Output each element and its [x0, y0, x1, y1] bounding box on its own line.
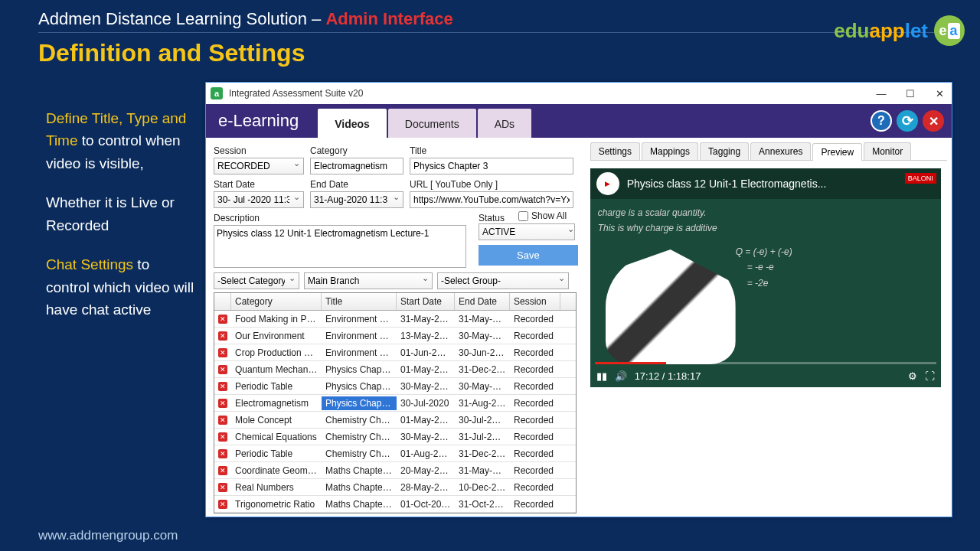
- rtab-monitor[interactable]: Monitor: [864, 142, 911, 160]
- app-icon: a: [211, 87, 223, 99]
- fullscreen-icon[interactable]: ⛶: [925, 370, 935, 382]
- delete-icon[interactable]: ✕: [218, 348, 227, 357]
- footer-url: www.addmengroup.com: [38, 528, 178, 543]
- video-brand: BALONI: [905, 173, 936, 184]
- header-title: Addmen Distance Learning Solution – Admi…: [38, 9, 942, 29]
- channel-icon: ▶: [596, 172, 619, 195]
- start-date-input[interactable]: [214, 191, 304, 208]
- table-row[interactable]: ✕Coordinate GeometryMaths Chapter 120-Ma…: [214, 462, 576, 479]
- table-row[interactable]: ✕Crop Production & MgmtEnvironment Cha..…: [214, 344, 576, 361]
- table-row[interactable]: ✕Trigonometric RatioMaths Chapter 301-Oc…: [214, 496, 576, 513]
- tab-ads[interactable]: ADs: [478, 109, 531, 138]
- delete-icon[interactable]: ✕: [218, 399, 227, 408]
- start-label: Start Date: [214, 179, 304, 190]
- rtab-settings[interactable]: Settings: [590, 142, 640, 160]
- video-grid: Category Title Start Date End Date Sessi…: [214, 292, 577, 514]
- rtab-annexures[interactable]: Annexures: [750, 142, 811, 160]
- app-window: a Integrated Assessment Suite v20 — ☐ ✕ …: [205, 82, 952, 517]
- video-title: Physics class 12 Unit-1 Electromagnetis.…: [627, 178, 827, 190]
- delete-icon[interactable]: ✕: [218, 466, 227, 475]
- volume-icon[interactable]: 🔊: [615, 370, 627, 382]
- sidebar-l2: Whether it is Live or Recorded: [46, 191, 195, 236]
- delete-icon[interactable]: ✕: [218, 416, 227, 425]
- delete-icon[interactable]: ✕: [218, 432, 227, 442]
- table-row[interactable]: ✕ElectromagnetismPhysics Chapter 330-Jul…: [214, 395, 576, 412]
- col-title[interactable]: Title: [322, 293, 397, 310]
- header-prefix: Addmen Distance Learning Solution –: [38, 9, 325, 28]
- table-row[interactable]: ✕Real NumbersMaths Chapter 228-May-20201…: [214, 479, 576, 496]
- save-button[interactable]: Save: [479, 245, 578, 266]
- title-label: Title: [410, 145, 578, 156]
- col-session[interactable]: Session: [510, 293, 560, 310]
- logo-badge: ea: [934, 15, 965, 46]
- filter-group-select[interactable]: [437, 272, 569, 289]
- video-player[interactable]: ▶ Physics class 12 Unit-1 Electromagneti…: [590, 168, 941, 387]
- delete-icon[interactable]: ✕: [218, 449, 227, 458]
- logo-p1: edu: [834, 19, 869, 42]
- status-label: Status: [479, 213, 505, 223]
- tab-videos[interactable]: Videos: [318, 109, 387, 138]
- category-label: Category: [310, 145, 403, 156]
- col-category[interactable]: Category: [231, 293, 322, 310]
- rtab-preview[interactable]: Preview: [812, 143, 862, 161]
- end-label: End Date: [310, 179, 403, 190]
- delete-icon[interactable]: ✕: [218, 331, 227, 341]
- refresh-icon[interactable]: ⟳: [897, 110, 918, 132]
- table-row[interactable]: ✕Periodic TablePhysics Chapter 230-May-2…: [214, 378, 576, 395]
- video-time: 17:12 / 1:18:17: [635, 370, 701, 382]
- status-select[interactable]: [479, 223, 575, 240]
- end-date-input[interactable]: [310, 191, 403, 208]
- settings-icon[interactable]: ⚙: [908, 370, 917, 382]
- logo-p3: let: [905, 19, 928, 42]
- showall-label: Show All: [531, 210, 567, 221]
- tab-documents[interactable]: Documents: [388, 109, 476, 138]
- close-button[interactable]: ✕: [932, 88, 947, 99]
- logo-p2: app: [869, 19, 904, 42]
- table-row[interactable]: ✕Our EnvironmentEnvironment Cha...13-May…: [214, 328, 576, 344]
- delete-icon[interactable]: ✕: [218, 500, 227, 509]
- title-input[interactable]: [410, 158, 573, 174]
- session-select[interactable]: [214, 158, 304, 174]
- col-start[interactable]: Start Date: [397, 293, 455, 310]
- rtab-mappings[interactable]: Mappings: [642, 142, 698, 160]
- sidebar-l3a: Chat Settings: [46, 256, 133, 272]
- table-row[interactable]: ✕Chemical EquationsChemistry Chapt...30-…: [214, 429, 576, 445]
- table-row[interactable]: ✕Food Making in PlantsEnvironment Cha...…: [214, 311, 576, 328]
- header-admin: Admin Interface: [325, 9, 452, 28]
- desc-label: Description: [214, 213, 466, 223]
- delete-icon[interactable]: ✕: [218, 483, 227, 492]
- help-icon[interactable]: ?: [871, 110, 892, 132]
- table-row[interactable]: ✕Periodic TableChemistry Chapt...01-Aug-…: [214, 445, 576, 462]
- url-input[interactable]: [410, 191, 573, 208]
- session-label: Session: [214, 145, 304, 156]
- form-pane: Session Category Title Start Date: [206, 138, 586, 517]
- delete-icon[interactable]: ✕: [218, 365, 227, 374]
- col-end[interactable]: End Date: [455, 293, 510, 310]
- delete-icon[interactable]: ✕: [218, 382, 227, 391]
- category-input[interactable]: [310, 158, 403, 174]
- pause-icon[interactable]: ▮▮: [596, 370, 607, 382]
- minimize-button[interactable]: —: [874, 88, 889, 99]
- close-icon[interactable]: ✕: [923, 110, 944, 132]
- sidebar-description: Define Title, Type and Time to control w…: [46, 107, 195, 321]
- filter-category-select[interactable]: [214, 272, 299, 289]
- showall-checkbox[interactable]: [518, 211, 528, 221]
- description-input[interactable]: Physics class 12 Unit-1 Electromagnetism…: [214, 225, 466, 268]
- delete-icon[interactable]: ✕: [218, 315, 227, 324]
- rtab-tagging[interactable]: Tagging: [700, 142, 749, 160]
- table-row[interactable]: ✕Mole ConceptChemistry Chapt...01-May-20…: [214, 412, 576, 429]
- maximize-button[interactable]: ☐: [903, 88, 918, 99]
- module-brand: e-Learning: [218, 111, 299, 131]
- url-label: URL [ YouTube Only ]: [410, 179, 578, 190]
- window-title: Integrated Assessment Suite v20: [229, 88, 363, 99]
- filter-branch-select[interactable]: [304, 272, 433, 289]
- table-row[interactable]: ✕Quantum MechanicsPhysics Chapter 101-Ma…: [214, 361, 576, 378]
- logo: eduapplet ea: [834, 15, 965, 46]
- page-heading: Definition and Settings: [0, 36, 980, 75]
- right-pane: Settings Mappings Tagging Annexures Prev…: [586, 138, 952, 517]
